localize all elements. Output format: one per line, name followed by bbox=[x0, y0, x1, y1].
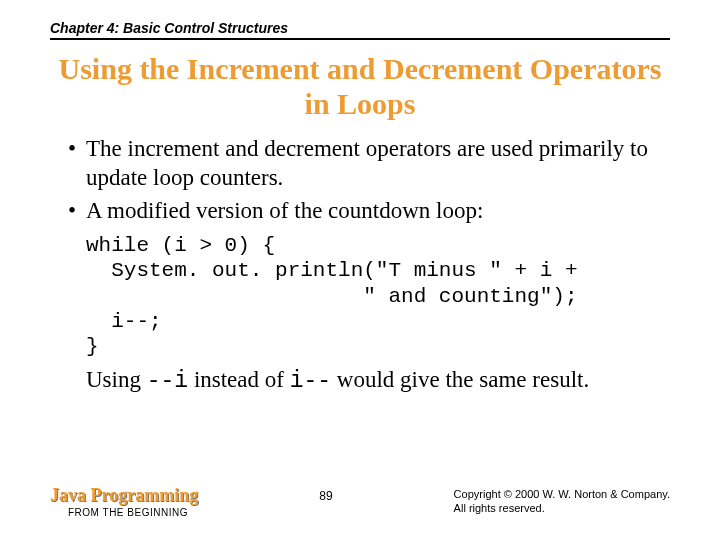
result-text: Using --i instead of i-- would give the … bbox=[86, 365, 670, 397]
copyright-line: All rights reserved. bbox=[454, 501, 670, 515]
chapter-header: Chapter 4: Basic Control Structures bbox=[50, 20, 670, 40]
list-item: The increment and decrement operators ar… bbox=[68, 135, 670, 193]
list-item: A modified version of the countdown loop… bbox=[68, 197, 670, 226]
footer-left: Java Programming FROM THE BEGINNING bbox=[50, 485, 198, 518]
slide-title: Using the Increment and Decrement Operat… bbox=[50, 52, 670, 121]
code-inline: i-- bbox=[290, 368, 331, 394]
copyright-line: Copyright © 2000 W. W. Norton & Company. bbox=[454, 487, 670, 501]
text: Using bbox=[86, 367, 147, 392]
page-number: 89 bbox=[319, 489, 332, 503]
book-subtitle: FROM THE BEGINNING bbox=[68, 507, 198, 518]
text: would give the same result. bbox=[331, 367, 589, 392]
code-inline: --i bbox=[147, 368, 188, 394]
code-block: while (i > 0) { System. out. println("T … bbox=[86, 233, 670, 359]
footer: Java Programming FROM THE BEGINNING 89 C… bbox=[50, 485, 670, 518]
text: instead of bbox=[188, 367, 290, 392]
book-title: Java Programming bbox=[50, 485, 198, 506]
copyright: Copyright © 2000 W. W. Norton & Company.… bbox=[454, 487, 670, 516]
bullet-list: The increment and decrement operators ar… bbox=[50, 135, 670, 225]
